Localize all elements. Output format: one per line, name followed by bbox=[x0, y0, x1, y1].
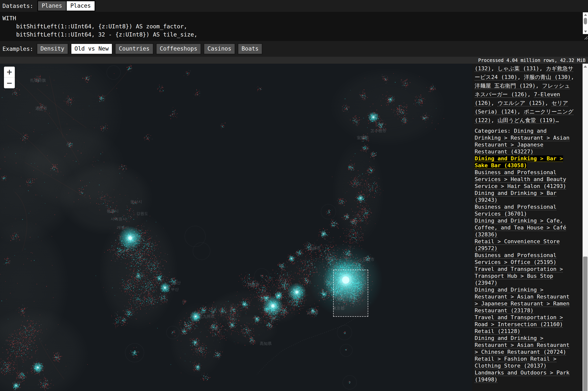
main-area: 扎鲁特旗通辽市평양시원산시사리원시강원도개성시울산부산北九州市鳥取市上越市浜松市… bbox=[0, 64, 588, 391]
example-button-density[interactable]: Density bbox=[36, 43, 68, 55]
category-link-highlighted[interactable]: Dining and Drinking > Bar > Sake Bar (43… bbox=[475, 155, 563, 169]
brand-link[interactable]: 山田うどん食堂 (119) bbox=[498, 117, 556, 123]
category-link[interactable]: Dining and Drinking > Restaurant > Asian… bbox=[475, 335, 570, 355]
brand-link[interactable]: 洋麺屋 五右衛門 (129) bbox=[475, 83, 536, 89]
category-link[interactable]: Dining and Drinking > Restaurant > Asian… bbox=[475, 287, 570, 313]
categories-label: Categories: bbox=[475, 128, 514, 134]
category-link[interactable]: Retail (21128) bbox=[475, 328, 520, 334]
dataset-button-places[interactable]: Places bbox=[67, 1, 95, 11]
datasets-button-group: Planes Places bbox=[37, 0, 95, 11]
status-bar: Processed 4.04 million rows, 42.32 MiB bbox=[0, 57, 588, 64]
dataset-button-planes[interactable]: Planes bbox=[38, 1, 66, 11]
scroll-up-icon[interactable] bbox=[583, 13, 588, 17]
datasets-label: Datasets: bbox=[2, 3, 33, 9]
scroll-up-icon[interactable] bbox=[583, 64, 588, 69]
sql-editor-scrollbar[interactable] bbox=[583, 12, 588, 34]
examples-label: Examples: bbox=[2, 46, 33, 52]
category-link[interactable]: Landmarks and Outdoors > Park (19498) bbox=[475, 370, 570, 383]
category-link[interactable]: Business and Professional Services > Off… bbox=[475, 252, 556, 265]
example-button-boats[interactable]: Boats bbox=[238, 43, 263, 55]
map-zoom-control: + − bbox=[4, 67, 15, 88]
results-scroll-thumb[interactable] bbox=[583, 257, 588, 391]
example-button-casinos[interactable]: Casinos bbox=[203, 43, 235, 55]
zoom-in-button[interactable]: + bbox=[4, 67, 15, 78]
brand-link[interactable]: (132) bbox=[475, 65, 491, 72]
examples-bar: Examples: Density Old vs New Countries C… bbox=[0, 41, 588, 57]
brand-link[interactable]: しゃぶ葉 (131) bbox=[498, 65, 539, 72]
example-button-coffeeshops[interactable]: Coffeeshops bbox=[156, 43, 201, 55]
map-canvas[interactable] bbox=[0, 64, 472, 391]
map-selection-rectangle bbox=[333, 270, 368, 317]
category-link[interactable]: Travel and Transportation > Transport Hu… bbox=[475, 266, 563, 286]
category-link[interactable]: Retail > Convenience Store (29572) bbox=[475, 238, 560, 251]
top-brands-list: (132), しゃぶ葉 (131), カギ救急サービス24 (130), 洋服の… bbox=[475, 64, 575, 125]
category-link[interactable]: Retail > Fashion Retail > Clothing Store… bbox=[475, 356, 556, 369]
sql-editor-scroll-thumb[interactable] bbox=[584, 18, 587, 24]
sql-code[interactable]: WITH bitShiftLeft(1::UInt64, {z:UInt8}) … bbox=[0, 12, 588, 39]
app-window: Datasets: Planes Places WITH bitShiftLef… bbox=[0, 0, 588, 391]
datasets-bar: Datasets: Planes Places bbox=[0, 0, 588, 12]
brand-link[interactable]: ウエルシア (125) bbox=[498, 100, 545, 106]
example-button-old-vs-new[interactable]: Old vs New bbox=[71, 43, 113, 55]
results-scrollbar[interactable] bbox=[583, 64, 588, 391]
category-link[interactable]: Dining and Drinking > Cafe, Coffee, and … bbox=[475, 218, 566, 238]
category-link[interactable]: Business and Professional Services > Hea… bbox=[475, 169, 566, 189]
sql-editor[interactable]: WITH bitShiftLeft(1::UInt64, {z:UInt8}) … bbox=[0, 12, 588, 41]
category-link[interactable]: Travel and Transportation > Road > Inter… bbox=[475, 314, 563, 327]
top-categories-list: Categories: Dining and Drinking > Restau… bbox=[475, 127, 575, 383]
zoom-out-button[interactable]: − bbox=[4, 78, 15, 88]
results-panel: (132), しゃぶ葉 (131), カギ救急サービス24 (130), 洋服の… bbox=[472, 64, 588, 391]
query-stats: Processed 4.04 million rows, 42.32 MiB bbox=[478, 58, 586, 63]
results-content: (132), しゃぶ葉 (131), カギ救急サービス24 (130), 洋服の… bbox=[472, 64, 583, 383]
example-button-countries[interactable]: Countries bbox=[115, 43, 153, 55]
category-link[interactable]: Dining and Drinking > Bar (39243) bbox=[475, 190, 556, 203]
category-link[interactable]: Business and Professional Services (3670… bbox=[475, 204, 556, 217]
map[interactable]: 扎鲁特旗通辽市평양시원산시사리원시강원도개성시울산부산北九州市鳥取市上越市浜松市… bbox=[0, 64, 472, 391]
scroll-down-icon[interactable] bbox=[583, 30, 588, 34]
brand-link[interactable]: 洋服の青山 (130) bbox=[524, 74, 571, 80]
